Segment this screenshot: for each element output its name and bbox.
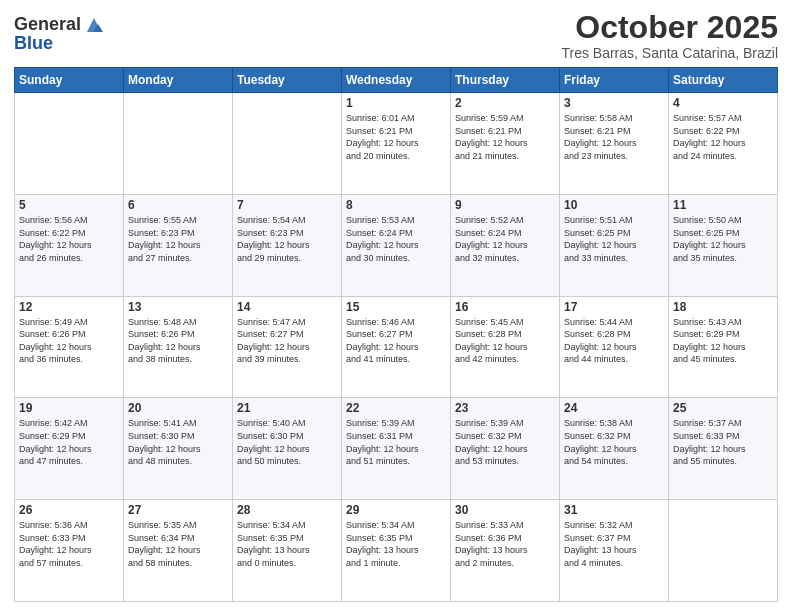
- day-number: 21: [237, 401, 337, 415]
- calendar-cell: 30Sunrise: 5:33 AM Sunset: 6:36 PM Dayli…: [451, 500, 560, 602]
- day-number: 26: [19, 503, 119, 517]
- day-info: Sunrise: 5:58 AM Sunset: 6:21 PM Dayligh…: [564, 112, 664, 162]
- day-number: 20: [128, 401, 228, 415]
- calendar-cell: 21Sunrise: 5:40 AM Sunset: 6:30 PM Dayli…: [233, 398, 342, 500]
- day-number: 7: [237, 198, 337, 212]
- day-info: Sunrise: 5:47 AM Sunset: 6:27 PM Dayligh…: [237, 316, 337, 366]
- day-number: 17: [564, 300, 664, 314]
- calendar-cell: 4Sunrise: 5:57 AM Sunset: 6:22 PM Daylig…: [669, 93, 778, 195]
- col-sunday: Sunday: [15, 68, 124, 93]
- calendar-cell: 9Sunrise: 5:52 AM Sunset: 6:24 PM Daylig…: [451, 194, 560, 296]
- calendar-table: Sunday Monday Tuesday Wednesday Thursday…: [14, 67, 778, 602]
- col-monday: Monday: [124, 68, 233, 93]
- day-number: 13: [128, 300, 228, 314]
- col-tuesday: Tuesday: [233, 68, 342, 93]
- day-number: 25: [673, 401, 773, 415]
- calendar-week-4: 26Sunrise: 5:36 AM Sunset: 6:33 PM Dayli…: [15, 500, 778, 602]
- calendar-cell: 23Sunrise: 5:39 AM Sunset: 6:32 PM Dayli…: [451, 398, 560, 500]
- calendar-cell: [233, 93, 342, 195]
- calendar-cell: 8Sunrise: 5:53 AM Sunset: 6:24 PM Daylig…: [342, 194, 451, 296]
- calendar-cell: 27Sunrise: 5:35 AM Sunset: 6:34 PM Dayli…: [124, 500, 233, 602]
- calendar-cell: 20Sunrise: 5:41 AM Sunset: 6:30 PM Dayli…: [124, 398, 233, 500]
- day-info: Sunrise: 5:33 AM Sunset: 6:36 PM Dayligh…: [455, 519, 555, 569]
- day-number: 28: [237, 503, 337, 517]
- col-friday: Friday: [560, 68, 669, 93]
- day-number: 29: [346, 503, 446, 517]
- day-number: 23: [455, 401, 555, 415]
- calendar-cell: 22Sunrise: 5:39 AM Sunset: 6:31 PM Dayli…: [342, 398, 451, 500]
- day-number: 4: [673, 96, 773, 110]
- calendar-week-1: 5Sunrise: 5:56 AM Sunset: 6:22 PM Daylig…: [15, 194, 778, 296]
- day-info: Sunrise: 5:54 AM Sunset: 6:23 PM Dayligh…: [237, 214, 337, 264]
- day-number: 14: [237, 300, 337, 314]
- calendar-cell: 12Sunrise: 5:49 AM Sunset: 6:26 PM Dayli…: [15, 296, 124, 398]
- day-info: Sunrise: 5:50 AM Sunset: 6:25 PM Dayligh…: [673, 214, 773, 264]
- calendar-cell: 16Sunrise: 5:45 AM Sunset: 6:28 PM Dayli…: [451, 296, 560, 398]
- day-number: 10: [564, 198, 664, 212]
- day-info: Sunrise: 5:57 AM Sunset: 6:22 PM Dayligh…: [673, 112, 773, 162]
- calendar-cell: 31Sunrise: 5:32 AM Sunset: 6:37 PM Dayli…: [560, 500, 669, 602]
- day-number: 27: [128, 503, 228, 517]
- logo-general: General: [14, 15, 81, 35]
- calendar-cell: 6Sunrise: 5:55 AM Sunset: 6:23 PM Daylig…: [124, 194, 233, 296]
- calendar-cell: 17Sunrise: 5:44 AM Sunset: 6:28 PM Dayli…: [560, 296, 669, 398]
- calendar-cell: [124, 93, 233, 195]
- calendar-cell: 10Sunrise: 5:51 AM Sunset: 6:25 PM Dayli…: [560, 194, 669, 296]
- day-info: Sunrise: 5:51 AM Sunset: 6:25 PM Dayligh…: [564, 214, 664, 264]
- day-number: 24: [564, 401, 664, 415]
- calendar-week-2: 12Sunrise: 5:49 AM Sunset: 6:26 PM Dayli…: [15, 296, 778, 398]
- day-info: Sunrise: 5:34 AM Sunset: 6:35 PM Dayligh…: [237, 519, 337, 569]
- col-thursday: Thursday: [451, 68, 560, 93]
- day-info: Sunrise: 5:32 AM Sunset: 6:37 PM Dayligh…: [564, 519, 664, 569]
- day-info: Sunrise: 5:37 AM Sunset: 6:33 PM Dayligh…: [673, 417, 773, 467]
- day-info: Sunrise: 5:35 AM Sunset: 6:34 PM Dayligh…: [128, 519, 228, 569]
- day-info: Sunrise: 6:01 AM Sunset: 6:21 PM Dayligh…: [346, 112, 446, 162]
- day-info: Sunrise: 5:39 AM Sunset: 6:32 PM Dayligh…: [455, 417, 555, 467]
- day-info: Sunrise: 5:45 AM Sunset: 6:28 PM Dayligh…: [455, 316, 555, 366]
- day-info: Sunrise: 5:36 AM Sunset: 6:33 PM Dayligh…: [19, 519, 119, 569]
- day-number: 1: [346, 96, 446, 110]
- header: General Blue October 2025 Tres Barras, S…: [14, 10, 778, 61]
- day-number: 22: [346, 401, 446, 415]
- calendar-cell: [669, 500, 778, 602]
- month-title: October 2025: [561, 10, 778, 45]
- logo-icon: [83, 14, 105, 36]
- day-number: 11: [673, 198, 773, 212]
- day-number: 19: [19, 401, 119, 415]
- day-number: 8: [346, 198, 446, 212]
- logo: General Blue: [14, 14, 105, 54]
- day-info: Sunrise: 5:40 AM Sunset: 6:30 PM Dayligh…: [237, 417, 337, 467]
- logo-blue: Blue: [14, 34, 105, 54]
- page: General Blue October 2025 Tres Barras, S…: [0, 0, 792, 612]
- day-number: 3: [564, 96, 664, 110]
- day-number: 9: [455, 198, 555, 212]
- day-info: Sunrise: 5:38 AM Sunset: 6:32 PM Dayligh…: [564, 417, 664, 467]
- day-number: 16: [455, 300, 555, 314]
- day-info: Sunrise: 5:42 AM Sunset: 6:29 PM Dayligh…: [19, 417, 119, 467]
- day-info: Sunrise: 5:59 AM Sunset: 6:21 PM Dayligh…: [455, 112, 555, 162]
- calendar-week-3: 19Sunrise: 5:42 AM Sunset: 6:29 PM Dayli…: [15, 398, 778, 500]
- calendar-cell: 15Sunrise: 5:46 AM Sunset: 6:27 PM Dayli…: [342, 296, 451, 398]
- calendar-cell: [15, 93, 124, 195]
- calendar-cell: 14Sunrise: 5:47 AM Sunset: 6:27 PM Dayli…: [233, 296, 342, 398]
- calendar-cell: 11Sunrise: 5:50 AM Sunset: 6:25 PM Dayli…: [669, 194, 778, 296]
- calendar-cell: 1Sunrise: 6:01 AM Sunset: 6:21 PM Daylig…: [342, 93, 451, 195]
- day-number: 2: [455, 96, 555, 110]
- calendar-cell: 24Sunrise: 5:38 AM Sunset: 6:32 PM Dayli…: [560, 398, 669, 500]
- calendar-cell: 3Sunrise: 5:58 AM Sunset: 6:21 PM Daylig…: [560, 93, 669, 195]
- day-info: Sunrise: 5:39 AM Sunset: 6:31 PM Dayligh…: [346, 417, 446, 467]
- calendar-cell: 19Sunrise: 5:42 AM Sunset: 6:29 PM Dayli…: [15, 398, 124, 500]
- calendar-cell: 25Sunrise: 5:37 AM Sunset: 6:33 PM Dayli…: [669, 398, 778, 500]
- day-number: 15: [346, 300, 446, 314]
- day-info: Sunrise: 5:55 AM Sunset: 6:23 PM Dayligh…: [128, 214, 228, 264]
- day-info: Sunrise: 5:34 AM Sunset: 6:35 PM Dayligh…: [346, 519, 446, 569]
- location-subtitle: Tres Barras, Santa Catarina, Brazil: [561, 45, 778, 61]
- day-info: Sunrise: 5:48 AM Sunset: 6:26 PM Dayligh…: [128, 316, 228, 366]
- day-number: 6: [128, 198, 228, 212]
- day-number: 30: [455, 503, 555, 517]
- calendar-cell: 5Sunrise: 5:56 AM Sunset: 6:22 PM Daylig…: [15, 194, 124, 296]
- day-info: Sunrise: 5:43 AM Sunset: 6:29 PM Dayligh…: [673, 316, 773, 366]
- day-info: Sunrise: 5:41 AM Sunset: 6:30 PM Dayligh…: [128, 417, 228, 467]
- col-wednesday: Wednesday: [342, 68, 451, 93]
- header-right: October 2025 Tres Barras, Santa Catarina…: [561, 10, 778, 61]
